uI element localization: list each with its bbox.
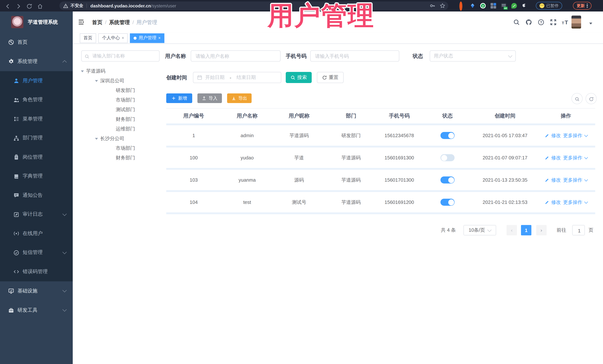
- extension-green-y-icon[interactable]: y: [480, 3, 486, 9]
- tree-node-研发部门[interactable]: 研发部门: [79, 86, 160, 95]
- prev-page-button[interactable]: ‹: [507, 225, 517, 235]
- date-range-field[interactable]: 开始日期 - 结束日期: [193, 72, 281, 83]
- extension-orange-icon[interactable]: [459, 3, 465, 9]
- home-icon[interactable]: [37, 3, 43, 9]
- goto-page-input[interactable]: [573, 225, 586, 236]
- sidebar-item-岗位管理[interactable]: 岗位管理: [0, 147, 73, 167]
- bookmark-star-icon[interactable]: [440, 3, 445, 9]
- tree-node-label: 芋道源码: [86, 68, 105, 75]
- status-toggle[interactable]: [441, 199, 454, 206]
- export-button[interactable]: 导出: [227, 93, 252, 103]
- toggle-search-icon-button[interactable]: [571, 93, 583, 104]
- status-select[interactable]: 用户状态: [430, 50, 516, 62]
- goto-page-field[interactable]: [572, 225, 585, 235]
- tree-node-市场部门[interactable]: 市场部门: [79, 95, 160, 105]
- edit-action[interactable]: 修改: [551, 154, 561, 161]
- date-end-placeholder[interactable]: 结束日期: [237, 74, 256, 81]
- sidebar-item-在线用户[interactable]: 在线用户: [0, 224, 73, 243]
- search-icon: [575, 96, 580, 101]
- tab-用户管理[interactable]: 用户管理×: [130, 33, 164, 43]
- refresh-table-icon-button[interactable]: [586, 93, 597, 104]
- next-page-button[interactable]: ›: [536, 225, 547, 235]
- tree-node-财务部门[interactable]: 财务部门: [79, 115, 160, 124]
- search-button[interactable]: 搜索: [286, 72, 312, 83]
- search-icon[interactable]: [513, 19, 520, 26]
- avatar-caret-icon[interactable]: [589, 22, 592, 24]
- mobile-field[interactable]: [310, 50, 399, 62]
- font-size-icon[interactable]: TT: [562, 19, 568, 26]
- username-input[interactable]: [195, 53, 277, 59]
- main-area: 首页/系统管理/用户管理 ? TT 首页个人中心×用户管理× 芋道源码深圳总公司…: [73, 11, 603, 364]
- dept-search-input[interactable]: [92, 53, 156, 59]
- edit-action[interactable]: 修改: [551, 132, 561, 139]
- browser-update-button[interactable]: 更新: [573, 2, 591, 10]
- sidebar-item-字典管理[interactable]: 字典管理: [0, 167, 73, 186]
- sidebar-item-用户管理[interactable]: 用户管理: [0, 71, 73, 90]
- forward-icon[interactable]: [16, 3, 22, 9]
- tab-首页[interactable]: 首页: [80, 33, 96, 43]
- page-size-select[interactable]: 10条/页: [464, 225, 496, 235]
- help-icon[interactable]: ?: [538, 19, 544, 26]
- breadcrumb-item[interactable]: 首页: [92, 19, 103, 25]
- date-start-placeholder[interactable]: 开始日期: [205, 74, 224, 81]
- back-icon[interactable]: [5, 3, 11, 9]
- extension-gem-icon[interactable]: [470, 3, 475, 9]
- sidebar-item-审计日志[interactable]: 审计日志: [0, 205, 73, 224]
- edit-action[interactable]: 修改: [551, 177, 561, 183]
- status-toggle[interactable]: [441, 154, 454, 161]
- tree-node-芋道源码[interactable]: 芋道源码: [79, 66, 160, 76]
- tree-node-运维部门[interactable]: 运维部门: [79, 124, 160, 134]
- extension-squares-icon[interactable]: [491, 3, 496, 9]
- close-icon[interactable]: ×: [122, 36, 124, 40]
- status-toggle[interactable]: [441, 176, 454, 184]
- close-icon[interactable]: ×: [158, 36, 161, 40]
- sidebar-logo-row[interactable]: 芋道管理系统: [0, 11, 73, 33]
- sidebar-item-系统管理[interactable]: 系统管理: [0, 52, 73, 71]
- reload-icon[interactable]: [26, 3, 32, 9]
- created-label: 创建时间: [166, 72, 187, 83]
- extensions-puzzle-icon[interactable]: [522, 3, 527, 9]
- current-page-button[interactable]: 1: [521, 225, 531, 235]
- tab-个人中心[interactable]: 个人中心×: [98, 33, 128, 43]
- expand-caret-icon[interactable]: [95, 138, 98, 140]
- add-button[interactable]: 新增: [166, 93, 192, 103]
- reset-button[interactable]: 重置: [317, 72, 344, 83]
- tree-node-测试部门[interactable]: 测试部门: [79, 105, 160, 115]
- key-icon[interactable]: [430, 3, 435, 9]
- expand-caret-icon[interactable]: [81, 70, 84, 72]
- tree-node-深圳总公司[interactable]: 深圳总公司: [79, 76, 160, 86]
- tree-node-市场部门[interactable]: 市场部门: [79, 143, 160, 153]
- sidebar-item-通知公告[interactable]: 通知公告: [0, 186, 73, 205]
- sidebar-item-基础设施[interactable]: 基础设施: [0, 281, 73, 300]
- sidebar-item-错误码管理[interactable]: 错误码管理: [0, 262, 73, 281]
- sidebar-item-研发工具[interactable]: 研发工具: [0, 300, 73, 320]
- browser-menu-icon[interactable]: [587, 3, 588, 9]
- username-field[interactable]: [191, 50, 280, 62]
- tree-node-长沙分公司[interactable]: 长沙分公司: [79, 134, 160, 143]
- github-icon[interactable]: [525, 19, 532, 26]
- collapse-sidebar-icon[interactable]: [78, 19, 84, 25]
- breadcrumb-item[interactable]: 系统管理: [109, 19, 130, 25]
- sidebar-item-角色管理[interactable]: 角色管理: [0, 90, 73, 109]
- edit-action[interactable]: 修改: [551, 199, 561, 206]
- profile-paused-badge[interactable]: 已暂停: [536, 2, 562, 10]
- mobile-input[interactable]: [314, 53, 395, 59]
- more-actions[interactable]: 更多操作: [563, 132, 582, 139]
- expand-caret-icon[interactable]: [95, 80, 98, 82]
- sidebar-item-首页[interactable]: 首页: [0, 33, 73, 52]
- dept-search-box[interactable]: [81, 50, 160, 62]
- extension-on-badge-icon[interactable]: on: [501, 3, 507, 9]
- import-button[interactable]: 导入: [197, 93, 222, 103]
- address-bar[interactable]: 不安全 dashboard.yudao.iocoder.cn /system/u…: [59, 1, 448, 10]
- sidebar-item-部门管理[interactable]: 部门管理: [0, 128, 73, 147]
- sidebar-item-短信管理[interactable]: 短信管理: [0, 243, 73, 262]
- user-avatar[interactable]: [571, 16, 581, 29]
- status-toggle[interactable]: [441, 132, 454, 139]
- fullscreen-icon[interactable]: [550, 19, 557, 26]
- sidebar-item-菜单管理[interactable]: 菜单管理: [0, 109, 73, 128]
- more-actions[interactable]: 更多操作: [563, 177, 582, 183]
- tree-node-财务部门[interactable]: 财务部门: [79, 153, 160, 163]
- more-actions[interactable]: 更多操作: [563, 154, 582, 161]
- more-actions[interactable]: 更多操作: [563, 199, 582, 206]
- extension-leaf-icon[interactable]: [511, 3, 517, 9]
